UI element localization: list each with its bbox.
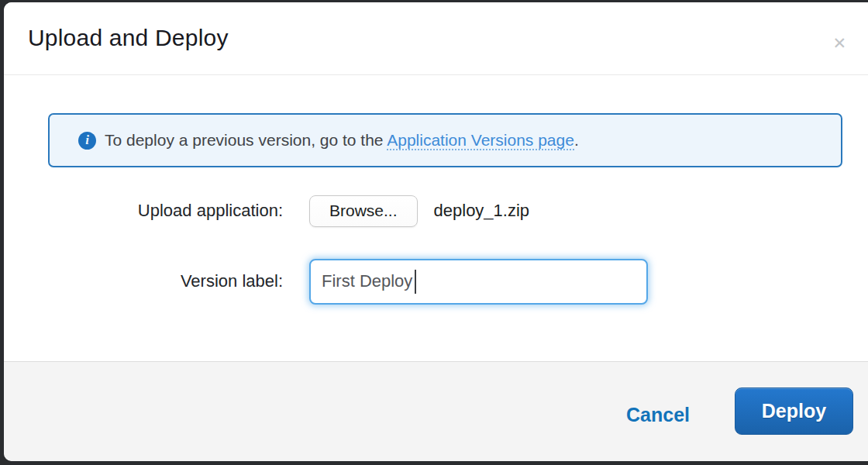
info-text-after-link: . <box>574 131 579 149</box>
browse-button[interactable]: Browse... <box>309 195 418 227</box>
version-label-label: Version label: <box>4 271 283 291</box>
dialog-title: Upload and Deploy <box>28 25 229 51</box>
upload-application-label: Upload application: <box>4 201 283 221</box>
deploy-button[interactable]: Deploy <box>735 388 853 435</box>
info-text-before-link: To deploy a previous version, go to the <box>105 131 387 149</box>
upload-application-row: Upload application: Browse... deploy_1.z… <box>4 193 868 229</box>
application-versions-link[interactable]: Application Versions page <box>387 131 574 150</box>
info-icon: i <box>78 132 96 150</box>
info-banner: i To deploy a previous version, go to th… <box>48 113 842 167</box>
text-caret <box>415 270 416 294</box>
cancel-button[interactable]: Cancel <box>626 404 690 426</box>
info-banner-text: To deploy a previous version, go to the … <box>105 131 579 150</box>
version-label-input-wrap <box>309 259 648 305</box>
dialog-header: Upload and Deploy ✕ <box>4 2 868 75</box>
version-label-input[interactable] <box>309 259 648 305</box>
close-icon[interactable]: ✕ <box>832 35 846 51</box>
selected-file-name: deploy_1.zip <box>434 201 530 221</box>
version-label-row: Version label: <box>4 258 868 305</box>
upload-and-deploy-dialog: Upload and Deploy ✕ i To deploy a previo… <box>4 2 868 461</box>
